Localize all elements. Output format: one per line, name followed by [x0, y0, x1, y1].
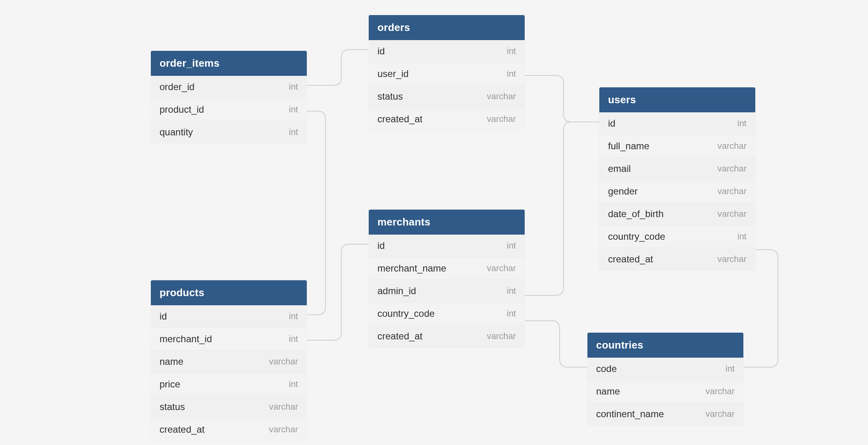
table-order_items[interactable]: order_items order_id int product_id int … [151, 51, 307, 143]
column-row[interactable]: product_id int [151, 98, 307, 121]
column-row[interactable]: id int [599, 112, 755, 135]
column-row[interactable]: id int [369, 40, 525, 63]
column-row[interactable]: created_at varchar [599, 248, 755, 270]
table-title: users [608, 94, 636, 106]
table-title: orders [377, 21, 410, 33]
column-type: int [289, 311, 298, 322]
column-name: product_id [160, 104, 204, 115]
column-name: code [596, 363, 617, 374]
column-row[interactable]: gender varchar [599, 180, 755, 203]
table-orders[interactable]: orders id int user_id int status varchar… [369, 15, 525, 130]
column-row[interactable]: status varchar [151, 396, 307, 418]
column-row[interactable]: code int [587, 358, 743, 380]
column-row[interactable]: created_at varchar [369, 325, 525, 347]
table-title: order_items [160, 57, 219, 69]
table-title: products [160, 287, 204, 299]
column-name: merchant_id [160, 333, 212, 345]
table-header-merchants[interactable]: merchants [369, 210, 525, 235]
column-type: int [507, 69, 516, 79]
column-row[interactable]: country_code int [599, 225, 755, 248]
column-type: varchar [269, 402, 298, 412]
column-row[interactable]: name varchar [151, 351, 307, 373]
rel-products-merchants [307, 244, 369, 340]
table-header-users[interactable]: users [599, 87, 755, 112]
column-row[interactable]: price int [151, 373, 307, 396]
column-type: int [507, 286, 516, 296]
table-merchants[interactable]: merchants id int merchant_name varchar a… [369, 210, 525, 347]
table-countries[interactable]: countries code int name varchar continen… [587, 333, 743, 425]
rel-orders-users [525, 75, 599, 122]
column-row[interactable]: admin_id int [369, 280, 525, 302]
column-name: continent_name [596, 408, 664, 420]
column-row[interactable]: email varchar [599, 158, 755, 180]
table-header-countries[interactable]: countries [587, 333, 743, 358]
table-title: merchants [377, 216, 430, 228]
column-row[interactable]: full_name varchar [599, 135, 755, 158]
column-type: varchar [706, 386, 735, 397]
column-type: int [289, 82, 298, 92]
column-type: varchar [487, 331, 516, 341]
column-row[interactable]: user_id int [369, 63, 525, 85]
column-name: name [596, 386, 620, 397]
column-name: full_name [608, 141, 649, 152]
column-row[interactable]: status varchar [369, 85, 525, 108]
table-header-products[interactable]: products [151, 280, 307, 305]
rel-merchants-users [525, 122, 599, 295]
column-name: created_at [377, 331, 422, 342]
column-type: varchar [706, 409, 735, 419]
table-header-order_items[interactable]: order_items [151, 51, 307, 76]
column-type: varchar [487, 114, 516, 124]
column-row[interactable]: country_code int [369, 302, 525, 325]
column-type: int [507, 46, 516, 56]
column-type: int [737, 118, 747, 129]
column-name: id [377, 240, 385, 251]
column-name: email [608, 163, 631, 174]
column-name: status [377, 91, 403, 102]
column-row[interactable]: order_id int [151, 76, 307, 98]
column-type: varchar [718, 186, 747, 196]
column-type: int [289, 127, 298, 137]
column-row[interactable]: name varchar [587, 380, 743, 403]
table-products[interactable]: products id int merchant_id int name var… [151, 280, 307, 441]
column-name: created_at [608, 254, 653, 265]
column-name: country_code [377, 308, 435, 319]
column-type: int [507, 308, 516, 319]
column-type: int [289, 334, 298, 344]
column-row[interactable]: merchant_name varchar [369, 257, 525, 280]
column-name: user_id [377, 68, 409, 79]
rel-order_items-orders [307, 50, 369, 85]
column-type: varchar [718, 141, 747, 151]
column-type: varchar [269, 424, 298, 435]
column-row[interactable]: quantity int [151, 121, 307, 143]
rel-order_items-products [307, 111, 325, 315]
table-users[interactable]: users id int full_name varchar email var… [599, 87, 755, 270]
column-row[interactable]: merchant_id int [151, 328, 307, 351]
column-type: int [507, 241, 516, 251]
column-name: order_id [160, 81, 194, 92]
column-type: varchar [718, 209, 747, 219]
er-diagram-canvas[interactable]: order_items order_id int product_id int … [0, 0, 868, 445]
column-type: varchar [718, 164, 747, 174]
column-name: gender [608, 186, 638, 197]
column-row[interactable]: id int [151, 305, 307, 328]
column-type: varchar [718, 254, 747, 264]
column-name: admin_id [377, 285, 416, 297]
column-name: id [377, 46, 385, 57]
column-name: id [608, 118, 616, 129]
column-name: merchant_name [377, 263, 446, 274]
column-row[interactable]: created_at varchar [369, 108, 525, 130]
column-row[interactable]: created_at varchar [151, 418, 307, 441]
column-name: country_code [608, 231, 665, 242]
column-type: int [289, 104, 298, 115]
column-row[interactable]: date_of_birth varchar [599, 203, 755, 225]
column-name: created_at [377, 114, 422, 125]
column-name: status [160, 401, 185, 412]
column-type: int [737, 231, 747, 242]
column-row[interactable]: continent_name varchar [587, 403, 743, 425]
column-type: int [289, 379, 298, 389]
column-name: date_of_birth [608, 208, 664, 220]
column-name: id [160, 311, 167, 322]
column-type: varchar [487, 91, 516, 102]
column-row[interactable]: id int [369, 235, 525, 257]
table-header-orders[interactable]: orders [369, 15, 525, 40]
